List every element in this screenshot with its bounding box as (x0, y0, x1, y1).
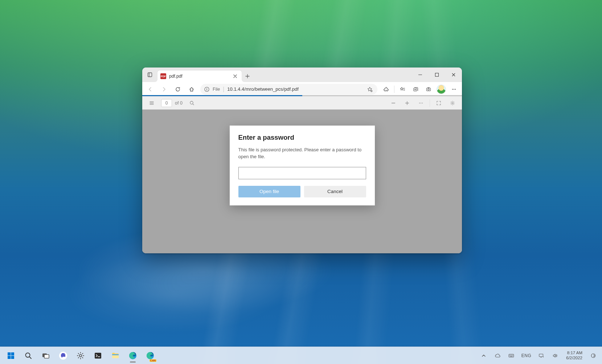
pdf-zoom-out-button[interactable] (387, 97, 400, 109)
camera-plus-icon (426, 86, 431, 92)
svg-rect-8 (427, 88, 431, 91)
browser-toolbar: File | 10.1.4.4/mro/between_pcs/pdf.pdf (142, 82, 462, 97)
pdf-contents-button[interactable] (145, 97, 158, 109)
nav-forward-button[interactable] (157, 83, 171, 95)
plus-icon (245, 73, 250, 79)
pdf-fullscreen-button[interactable] (432, 97, 445, 109)
site-info-icon[interactable] (204, 86, 210, 92)
profile-avatar[interactable] (437, 85, 446, 94)
address-bar[interactable]: File | 10.1.4.4/mro/between_pcs/pdf.pdf (200, 84, 377, 95)
canary-badge: CAN (150, 359, 156, 362)
svg-point-15 (421, 102, 421, 103)
nav-back-button[interactable] (144, 83, 157, 95)
arrow-left-icon (147, 86, 153, 92)
password-dialog: Enter a password This file is password p… (230, 126, 375, 205)
keyboard-icon (508, 353, 514, 359)
search-icon (189, 100, 195, 106)
favorites-button[interactable] (396, 83, 409, 95)
pdf-settings-button[interactable] (446, 97, 459, 109)
chat-bubble-icon (59, 351, 67, 360)
window-maximize-button[interactable] (429, 68, 445, 82)
edge-icon (146, 351, 155, 360)
add-favorite-button[interactable] (364, 83, 375, 95)
gear-icon (450, 100, 455, 106)
pdf-zoom-in-button[interactable] (401, 97, 414, 109)
svg-point-10 (452, 89, 453, 89)
svg-point-4 (206, 88, 207, 89)
tray-network-button[interactable] (536, 349, 547, 362)
window-titlebar: PDF pdf.pdf (142, 68, 462, 82)
svg-rect-35 (539, 354, 543, 356)
taskbar-settings-button[interactable] (73, 348, 89, 363)
expand-icon (436, 100, 442, 106)
terminal-icon (94, 351, 102, 360)
svg-rect-20 (8, 356, 11, 359)
dialog-message: This file is password protected. Please … (238, 147, 366, 160)
tab-close-button[interactable] (232, 73, 239, 80)
tray-clock[interactable]: 8:17 AM 6/2/2022 (563, 351, 585, 360)
minimize-icon (417, 72, 423, 78)
taskbar-start-button[interactable] (3, 348, 19, 363)
svg-point-11 (454, 89, 454, 89)
extension-button[interactable] (380, 83, 393, 95)
window-close-button[interactable] (445, 68, 462, 82)
taskbar-edge-button[interactable] (125, 348, 141, 363)
svg-rect-21 (11, 356, 14, 359)
pdf-viewer-area: Enter a password This file is password p… (142, 110, 462, 253)
edge-icon (128, 351, 137, 360)
taskbar-search-button[interactable] (20, 348, 36, 363)
hamburger-icon (149, 100, 155, 106)
tray-language[interactable]: ENG (519, 353, 534, 358)
pdf-page-input[interactable] (161, 99, 172, 107)
close-icon (451, 72, 456, 78)
taskbar-edge-canary-button[interactable]: CAN (142, 348, 158, 363)
loading-progress-track (142, 95, 462, 96)
tray-onedrive-button[interactable] (492, 349, 503, 362)
pdf-separator (430, 99, 430, 107)
maximize-icon (434, 72, 440, 78)
svg-point-36 (543, 356, 544, 357)
collections-button[interactable] (409, 83, 422, 95)
taskbar-terminal-button[interactable] (90, 348, 106, 363)
browser-tab[interactable]: PDF pdf.pdf (157, 70, 242, 82)
more-horizontal-icon (418, 100, 424, 106)
taskbar-task-view-button[interactable] (38, 348, 54, 363)
chevron-up-icon (481, 353, 487, 359)
svg-point-16 (422, 102, 423, 103)
pdf-more-button[interactable] (414, 97, 427, 109)
pdf-find-button[interactable] (185, 97, 198, 109)
close-icon (232, 73, 238, 79)
settings-more-button[interactable] (447, 83, 460, 95)
web-capture-button[interactable] (422, 83, 435, 95)
taskbar-file-explorer-button[interactable] (107, 348, 123, 363)
focus-icon (590, 353, 596, 359)
tray-notifications-button[interactable] (587, 349, 599, 362)
nav-refresh-button[interactable] (171, 83, 184, 95)
tray-overflow-button[interactable] (478, 349, 490, 362)
url-separator: | (223, 86, 224, 93)
svg-rect-5 (206, 89, 207, 90)
cancel-button[interactable]: Cancel (304, 186, 366, 197)
toolbar-separator (394, 86, 394, 93)
svg-rect-29 (95, 353, 101, 359)
windows-logo-icon (7, 351, 15, 360)
svg-rect-18 (8, 352, 11, 355)
tray-date: 6/2/2022 (566, 356, 582, 360)
url-scheme-label: File (213, 87, 220, 92)
svg-point-12 (455, 89, 456, 89)
window-minimize-button[interactable] (412, 68, 429, 82)
svg-rect-31 (112, 354, 119, 355)
open-file-button[interactable]: Open file (238, 186, 300, 197)
taskbar-chat-button[interactable] (55, 348, 71, 363)
plus-icon (404, 100, 410, 106)
search-icon (24, 351, 33, 360)
tray-keyboard-button[interactable] (505, 349, 517, 362)
system-tray: ENG 8:17 AM 6/2/2022 (478, 349, 599, 362)
tray-volume-button[interactable] (549, 349, 561, 362)
star-plus-icon (367, 86, 373, 92)
folder-icon (111, 351, 120, 360)
password-input[interactable] (238, 167, 366, 179)
minus-icon (390, 100, 396, 106)
url-text: 10.1.4.4/mro/between_pcs/pdf.pdf (227, 86, 361, 92)
nav-home-button[interactable] (185, 83, 198, 95)
